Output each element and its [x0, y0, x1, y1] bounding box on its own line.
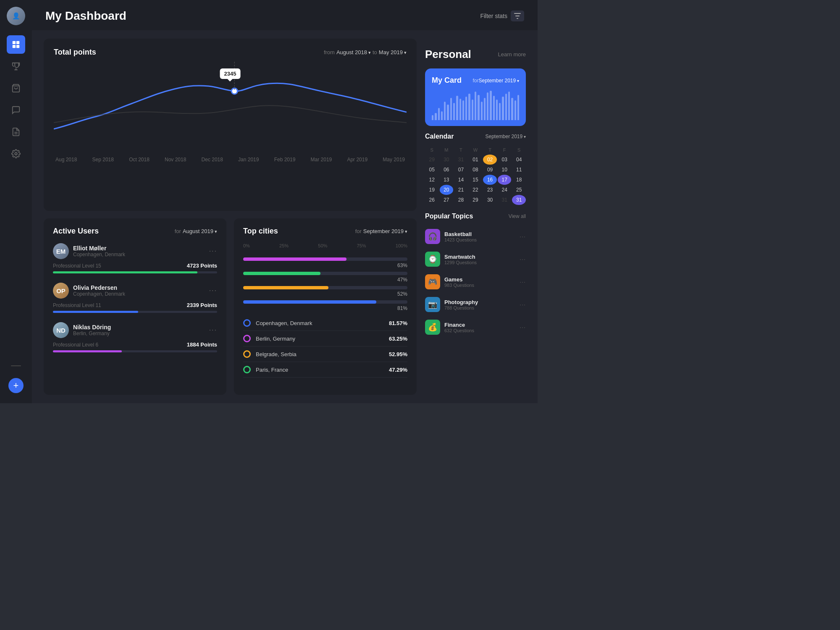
- topic-menu-1[interactable]: ···: [520, 256, 526, 262]
- my-card-title: My Card: [432, 76, 472, 85]
- filter-stats-button[interactable]: Filter stats: [480, 10, 524, 21]
- topic-row-4: 💰 Finance 632 Questions ···: [425, 316, 526, 339]
- my-card-month[interactable]: September 2019: [478, 78, 519, 84]
- city-pct-2: 52.95%: [389, 351, 407, 357]
- user-menu-1[interactable]: ···: [209, 287, 217, 294]
- my-card-bars: [432, 91, 519, 120]
- topic-menu-3[interactable]: ···: [520, 301, 526, 308]
- city-name-3: Paris, France: [256, 367, 389, 373]
- my-card-bar: [490, 91, 491, 120]
- my-card-bar: [453, 103, 455, 120]
- my-card-bar: [462, 100, 464, 120]
- chart-from-label: from: [324, 49, 335, 55]
- sidebar-divider: [11, 365, 21, 366]
- page-title: My Dashboard: [45, 9, 480, 23]
- top-cities-header: Top cities for September 2019: [243, 227, 407, 236]
- chart-from-date[interactable]: August 2018: [336, 49, 371, 55]
- popular-topics-section: Popular Topics View all 🎧 Basketball 142…: [425, 213, 526, 339]
- my-card-bar: [456, 96, 458, 120]
- topic-icon-3: 📷: [425, 297, 440, 312]
- chart-title: Total points: [54, 48, 324, 57]
- user-avatar[interactable]: 👤: [7, 7, 25, 25]
- top-cities-title: Top cities: [243, 227, 355, 236]
- active-users-card: Active Users for August 2019 EM Elliot M…: [44, 218, 226, 395]
- topic-icon-1: ⌚: [425, 252, 440, 267]
- chart-label-9: May 2019: [383, 157, 405, 163]
- user-location-1: Copenhagen, Denmark: [73, 291, 125, 297]
- my-card-bar: [468, 94, 470, 120]
- my-card-bar: [481, 102, 483, 120]
- user-points-1: 2339 Points: [187, 302, 217, 308]
- user-menu-2[interactable]: ···: [209, 326, 217, 334]
- user-row-2: ND Niklas Döring Berlin, Germany ··· Pro…: [53, 322, 217, 352]
- personal-title: Personal: [425, 48, 498, 61]
- view-all-link[interactable]: View all: [509, 213, 526, 219]
- active-users-header: Active Users for August 2019: [53, 227, 217, 236]
- topic-questions-2: 983 Questions: [444, 283, 474, 288]
- sidebar-item-basket[interactable]: [7, 79, 25, 97]
- chart-to-date[interactable]: May 2019: [379, 49, 407, 55]
- my-card-bar: [432, 115, 433, 120]
- calendar-section: Calendar September 2019 S M T W T F S 29: [425, 133, 526, 205]
- user-bar-fill-2: [53, 350, 122, 352]
- topic-questions-4: 632 Questions: [444, 328, 474, 333]
- city-bar-1: 47%: [243, 272, 407, 283]
- my-card-bar: [438, 108, 440, 120]
- personal-header: Personal Learn more: [425, 39, 526, 68]
- topic-row-1: ⌚ Smartwatch 1299 Questions ···: [425, 248, 526, 270]
- my-card-bar: [505, 94, 507, 120]
- my-card-bar: [484, 98, 486, 120]
- svg-rect-1: [16, 41, 19, 44]
- my-card-bar: [450, 98, 452, 120]
- topic-menu-2[interactable]: ···: [520, 278, 526, 285]
- header: My Dashboard Filter stats: [32, 0, 538, 30]
- topic-menu-0[interactable]: ···: [520, 233, 526, 240]
- sidebar-item-settings[interactable]: [7, 144, 25, 163]
- chart-label-8: Apr 2019: [347, 157, 368, 163]
- sidebar-item-trophy[interactable]: [7, 57, 25, 76]
- my-card-bar: [502, 97, 504, 120]
- chart-label-5: Jan 2019: [238, 157, 259, 163]
- city-bar-2: 52%: [243, 286, 407, 297]
- learn-more-link[interactable]: Learn more: [498, 51, 526, 58]
- sidebar-item-dashboard[interactable]: [7, 35, 25, 54]
- my-card-bar: [487, 92, 488, 120]
- chart-x-labels: Aug 2018 Sep 2018 Oct 2018 Nov 2018 Dec …: [54, 157, 407, 163]
- my-card-bar: [447, 105, 449, 120]
- sidebar: 👤 +: [0, 0, 32, 403]
- calendar-month[interactable]: September 2019: [485, 134, 526, 139]
- my-card-bar: [475, 92, 476, 120]
- my-card-bar: [478, 95, 479, 120]
- top-cities-card: Top cities for September 2019 0% 25% 50%…: [234, 218, 417, 395]
- topics-title: Popular Topics: [425, 213, 509, 220]
- topic-questions-3: 788 Questions: [444, 305, 478, 310]
- user-bar-fill-1: [53, 311, 138, 313]
- my-card-bar: [508, 92, 510, 120]
- city-row-0: Copenhagen, Denmark 81.57%: [243, 315, 407, 331]
- sidebar-item-documents[interactable]: [7, 123, 25, 141]
- calendar-day-headers: S M T W T F S: [425, 145, 526, 155]
- topic-questions-0: 1423 Questions: [444, 237, 477, 242]
- calendar-row-2: 12 13 14 15 16 17 18: [425, 175, 526, 185]
- chart-label-4: Dec 2018: [202, 157, 223, 163]
- user-avatar-0: EM: [53, 243, 69, 259]
- topic-menu-4[interactable]: ···: [520, 324, 526, 331]
- top-cities-period[interactable]: September 2019: [363, 228, 407, 234]
- topic-questions-1: 1299 Questions: [444, 260, 477, 265]
- topic-name-2: Games: [444, 276, 474, 283]
- my-card: My Card for September 2019: [425, 68, 526, 126]
- my-card-bar: [499, 103, 501, 120]
- my-card-for-label: for: [472, 78, 478, 84]
- left-panel: Total points from August 2018 to May 201…: [44, 39, 417, 395]
- add-button[interactable]: +: [8, 378, 24, 393]
- city-list: Copenhagen, Denmark 81.57% Berlin, Germa…: [243, 315, 407, 378]
- user-info-0: EM Elliot Møller Copenhagen, Denmark ···: [53, 243, 217, 259]
- my-card-bar: [472, 100, 473, 120]
- sidebar-item-messages[interactable]: [7, 101, 25, 119]
- user-menu-0[interactable]: ···: [209, 247, 217, 255]
- active-users-period[interactable]: August 2019: [183, 228, 217, 234]
- chart-header: Total points from August 2018 to May 201…: [54, 48, 407, 57]
- city-pct-1: 63.25%: [389, 336, 407, 342]
- svg-rect-8: [514, 13, 521, 14]
- chart-label-0: Aug 2018: [55, 157, 77, 163]
